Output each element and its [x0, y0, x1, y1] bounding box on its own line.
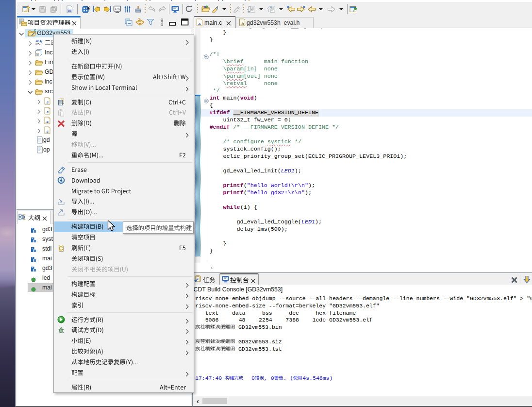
- svg-text:C: C: [34, 29, 36, 33]
- svg-text:10: 10: [35, 39, 39, 42]
- svg-text:.c: .c: [198, 21, 201, 26]
- svg-text:010: 010: [68, 9, 72, 12]
- svg-text:.c: .c: [46, 129, 49, 134]
- svg-text:.c: .c: [46, 119, 49, 124]
- svg-text:.c: .c: [46, 100, 49, 104]
- svg-text:.c: .c: [46, 110, 49, 114]
- svg-text:.h: .h: [240, 21, 244, 26]
- svg-text:</>: </>: [115, 7, 120, 11]
